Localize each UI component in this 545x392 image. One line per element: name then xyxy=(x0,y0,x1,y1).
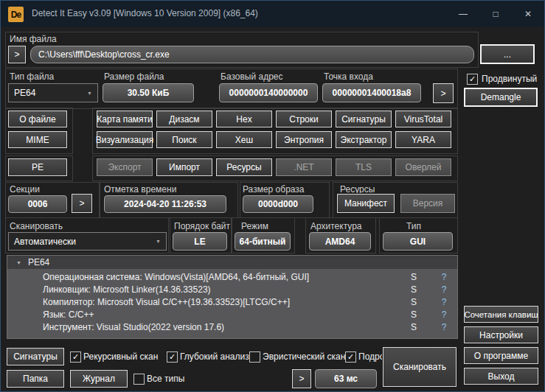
sections-count-button[interactable]: 0006 xyxy=(8,195,67,213)
disasm-button[interactable]: Дизасм xyxy=(156,111,212,127)
verbose-checkbox[interactable]: ✓ xyxy=(345,351,356,363)
scan-button[interactable]: Сканировать xyxy=(383,347,457,387)
type-label: Тип xyxy=(406,222,421,231)
endianness-label: Порядок байт xyxy=(174,222,230,231)
file-open-button[interactable]: > xyxy=(8,46,26,63)
result-text[interactable]: Линковщик: Microsoft Linker(14.36.33523) xyxy=(43,284,211,295)
hash-button[interactable]: Хеш xyxy=(216,131,272,148)
resources-button[interactable]: Ресурсы xyxy=(216,158,272,176)
maximize-button[interactable]: □ xyxy=(479,1,512,27)
memory-map-button[interactable]: Карта памяти xyxy=(97,111,153,127)
heuristic-scan-label: Эвристический скан xyxy=(263,352,345,362)
timestamp-button[interactable]: 2024-04-20 11:26:53 xyxy=(104,195,226,213)
image-size-button[interactable]: 0000d000 xyxy=(243,195,313,213)
recursive-scan-checkbox[interactable]: ✓ xyxy=(70,351,81,363)
file-type-select[interactable]: PE64 ▼ xyxy=(8,83,98,102)
result-text[interactable]: Инструмент: Visual Studio(2022 version 1… xyxy=(43,322,224,332)
import-button[interactable]: Импорт xyxy=(156,158,212,176)
result-q-link[interactable]: ? xyxy=(438,272,450,282)
result-s-link[interactable]: S xyxy=(408,309,420,320)
settings-button[interactable]: Настройки xyxy=(464,326,538,343)
check-icon: ✓ xyxy=(469,74,476,83)
result-q-link[interactable]: ? xyxy=(438,309,450,320)
base-address-label: Базовый адрес xyxy=(221,72,283,82)
app-icon: De xyxy=(8,7,24,22)
yara-button[interactable]: YARA xyxy=(395,131,451,148)
file-path-input[interactable] xyxy=(30,46,474,63)
advanced-label: Продвинутый xyxy=(482,74,537,84)
result-row: Инструмент: Visual Studio(2022 version 1… xyxy=(7,321,457,333)
minimize-button[interactable]: — xyxy=(447,1,479,27)
check-icon: ✓ xyxy=(72,352,79,361)
scan-method-label: Сканировать xyxy=(10,222,63,231)
type-button[interactable]: GUI xyxy=(383,232,453,251)
deep-scan-checkbox[interactable]: ✓ xyxy=(167,351,178,363)
about-file-button[interactable]: О файле xyxy=(8,111,67,127)
chevron-down-icon: ▼ xyxy=(156,239,161,244)
file-type-value: PE64 xyxy=(14,88,35,98)
result-s-link[interactable]: S xyxy=(408,284,420,295)
chevron-down-icon: ▼ xyxy=(87,91,92,96)
demangle-button[interactable]: Demangle xyxy=(464,88,538,107)
shortcuts-button[interactable]: Сочетания клавиш xyxy=(464,306,538,323)
export-button: Экспорт xyxy=(97,158,153,176)
endianness-button[interactable]: LE xyxy=(173,232,227,251)
mode-label: Режим xyxy=(241,222,268,231)
browse-button[interactable]: ... xyxy=(480,44,535,64)
folder-button[interactable]: Папка xyxy=(7,370,64,388)
result-q-link[interactable]: ? xyxy=(438,284,450,295)
result-row: Компилятор: Microsoft Visual C/C++(19.36… xyxy=(7,295,457,308)
exit-button[interactable]: Выход xyxy=(464,368,538,385)
about-button[interactable]: О программе xyxy=(464,347,538,364)
sections-label: Секции xyxy=(10,185,40,195)
manifest-button[interactable]: Манифест xyxy=(337,194,395,213)
result-s-link[interactable]: S xyxy=(408,272,420,282)
title-bar[interactable]: De Detect It Easy v3.09 [Windows 10 Vers… xyxy=(1,1,544,27)
extractor-button[interactable]: Экстрактор xyxy=(336,131,392,148)
base-address-value[interactable]: 0000000140000000 xyxy=(219,83,318,102)
search-button[interactable]: Поиск xyxy=(156,131,212,148)
result-header-label: PE64 xyxy=(28,257,49,267)
overlay-button: Оверлей xyxy=(395,158,451,176)
signatures-db-button[interactable]: Сигнатуры xyxy=(7,348,64,365)
scan-method-value: Автоматически xyxy=(14,237,76,247)
signatures-button[interactable]: Сигнатуры xyxy=(336,111,392,127)
mode-button[interactable]: 64-битный xyxy=(235,232,291,251)
visualization-button[interactable]: Визуализация xyxy=(97,131,153,148)
advanced-checkbox[interactable]: ✓ xyxy=(467,74,478,85)
scan-options-button[interactable]: > xyxy=(292,369,311,388)
recursive-scan-label: Рекурсивный скан xyxy=(83,352,158,362)
result-q-link[interactable]: ? xyxy=(438,322,450,332)
result-text[interactable]: Язык: C/C++ xyxy=(43,309,94,320)
log-button[interactable]: Журнал xyxy=(70,370,128,388)
virustotal-button[interactable]: VirusTotal xyxy=(395,111,451,127)
entropy-button[interactable]: Энтропия xyxy=(276,131,332,148)
entry-point-value[interactable]: 00000001400018a8 xyxy=(322,83,421,102)
heuristic-scan-checkbox[interactable] xyxy=(249,351,260,363)
result-text[interactable]: Операционная система: Windows(Vista)[AMD… xyxy=(43,272,309,282)
tls-button: TLS xyxy=(336,158,392,176)
strings-button[interactable]: Строки xyxy=(276,111,332,127)
mime-button[interactable]: MIME xyxy=(8,131,67,148)
all-types-checkbox[interactable] xyxy=(133,374,145,385)
file-type-label: Тип файла xyxy=(10,72,54,82)
architecture-button[interactable]: AMD64 xyxy=(309,232,371,251)
result-row: Линковщик: Microsoft Linker(14.36.33523)… xyxy=(7,283,457,295)
file-size-value[interactable]: 30.50 КиБ xyxy=(103,83,194,102)
close-button[interactable]: ✕ xyxy=(512,1,544,27)
result-row: Операционная система: Windows(Vista)[AMD… xyxy=(7,270,457,283)
result-q-link[interactable]: ? xyxy=(438,297,450,307)
pe-button[interactable]: PE xyxy=(8,158,67,176)
scan-time-button: 63 мс xyxy=(315,369,377,388)
result-row: Язык: C/C++ S ? xyxy=(7,308,457,321)
result-header-row[interactable]: ▼ PE64 xyxy=(7,256,457,269)
tree-collapse-icon[interactable]: ▼ xyxy=(16,260,21,265)
sections-follow-button[interactable]: > xyxy=(72,194,92,213)
hex-button[interactable]: Hex xyxy=(216,111,272,127)
result-s-link[interactable]: S xyxy=(408,297,420,307)
scan-method-select[interactable]: Автоматически ▼ xyxy=(8,232,167,251)
result-text[interactable]: Компилятор: Microsoft Visual C/C++(19.36… xyxy=(43,297,290,307)
dotnet-button: .NET xyxy=(276,158,332,176)
result-s-link[interactable]: S xyxy=(408,322,420,332)
entry-point-follow-button[interactable]: > xyxy=(433,83,454,103)
